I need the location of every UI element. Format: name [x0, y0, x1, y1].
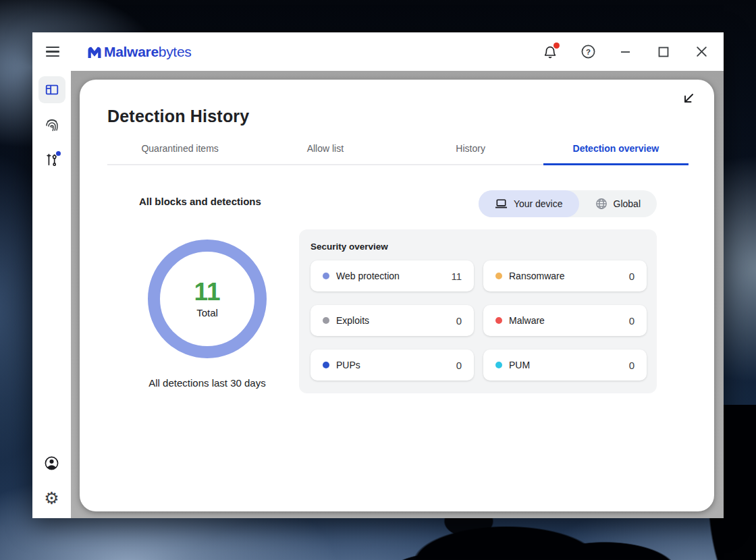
malwarebytes-logo: Malwarebytes	[86, 44, 191, 60]
logo-wordmark: Malwarebytes	[104, 44, 191, 60]
donut-caption: All detections last 30 days	[148, 377, 265, 389]
collapse-arrow-icon[interactable]	[680, 90, 697, 107]
maximize-button[interactable]	[655, 43, 672, 61]
toggle-global-label: Global	[614, 198, 641, 209]
account-icon	[44, 455, 59, 471]
menu-icon[interactable]	[46, 44, 62, 60]
sidebar: ⚙	[32, 71, 71, 518]
stat-card-pups: PUPs 0	[310, 349, 474, 381]
sidebar-item-account[interactable]	[38, 449, 65, 476]
sidebar-item-scanner[interactable]	[38, 111, 65, 138]
globe-icon	[595, 198, 608, 210]
titlebar: Malwarebytes ?	[32, 32, 724, 71]
close-button[interactable]	[693, 43, 710, 61]
fingerprint-icon	[44, 117, 60, 133]
dashboard-icon	[45, 82, 59, 97]
sidebar-item-settings[interactable]: ⚙	[38, 484, 65, 511]
tab-allow-list[interactable]: Allow list	[252, 143, 398, 164]
sidebar-item-dashboard[interactable]	[38, 76, 65, 103]
stat-card-exploits: Exploits 0	[310, 305, 474, 336]
laptop-icon	[495, 198, 508, 209]
detections-donut-group: 11 Total All detections last 30 days	[140, 240, 275, 389]
svg-text:?: ?	[585, 48, 590, 56]
ransomware-dot-icon	[495, 273, 502, 279]
web-protection-dot-icon	[323, 273, 329, 279]
minimize-button[interactable]	[617, 43, 634, 61]
malwarebytes-m-icon	[86, 44, 103, 60]
notification-badge	[554, 43, 560, 49]
stat-card-ransomware: Ransomware 0	[483, 260, 647, 291]
content-backdrop: Detection History Quarantined items Allo…	[71, 71, 724, 518]
gear-icon: ⚙	[44, 490, 59, 507]
notifications-bell-icon[interactable]	[541, 43, 559, 61]
section-title: All blocks and detections	[139, 196, 261, 207]
malwarebytes-window: Malwarebytes ?	[32, 32, 724, 518]
toggle-global[interactable]: Global	[579, 190, 657, 217]
pups-dot-icon	[323, 362, 329, 368]
toggle-your-device[interactable]: Your device	[479, 190, 579, 217]
security-overview-title: Security overview	[310, 242, 647, 252]
tools-badge	[56, 151, 61, 156]
tab-history[interactable]: History	[398, 143, 543, 164]
security-overview-panel: Security overview Web protection 11 Rans…	[299, 229, 657, 393]
exploits-dot-icon	[323, 317, 329, 324]
page-title: Detection History	[107, 107, 249, 126]
donut-total-label: Total	[196, 307, 218, 318]
stat-card-web-protection: Web protection 11	[310, 260, 474, 291]
detection-history-card: Detection History Quarantined items Allo…	[80, 80, 714, 511]
tab-bar: Quarantined items Allow list History Det…	[107, 143, 688, 165]
tab-quarantined-items[interactable]: Quarantined items	[107, 143, 252, 164]
tab-detection-overview[interactable]: Detection overview	[543, 143, 688, 164]
donut-total-value: 11	[194, 279, 220, 304]
scope-toggle: Your device Global	[479, 190, 657, 217]
malware-dot-icon	[495, 317, 502, 324]
toggle-your-device-label: Your device	[514, 198, 563, 209]
pum-dot-icon	[495, 362, 502, 368]
help-icon[interactable]: ?	[579, 43, 597, 61]
detections-donut-chart: 11 Total	[148, 240, 267, 358]
sidebar-item-tools[interactable]	[38, 146, 65, 173]
security-stat-grid: Web protection 11 Ransomware 0 Exploits …	[310, 260, 647, 381]
stat-card-malware: Malware 0	[483, 305, 647, 336]
stat-card-pum: PUM 0	[483, 349, 647, 381]
